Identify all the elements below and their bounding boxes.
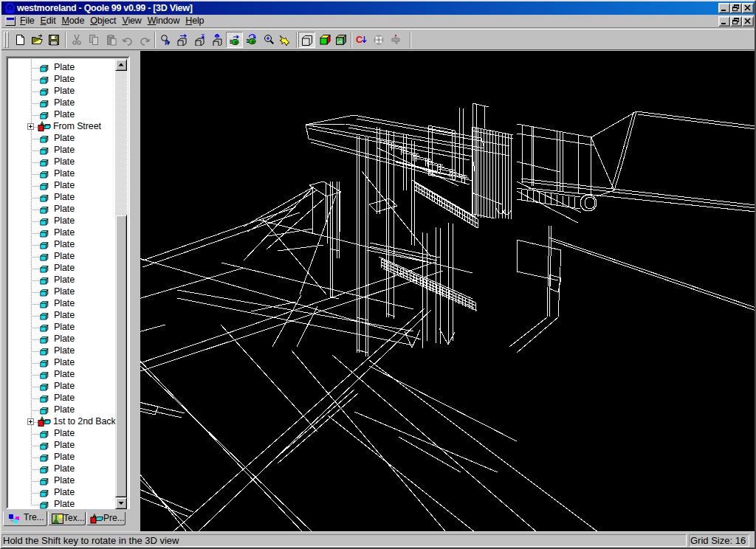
svg-text:C: C (356, 34, 363, 45)
